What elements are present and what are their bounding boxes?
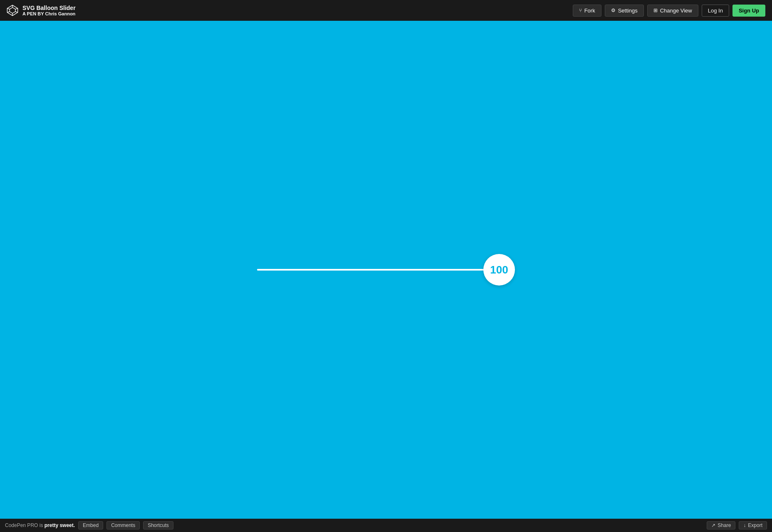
header-right: ⑂ Fork ⚙ Settings ⊞ Change View Log In S…: [573, 5, 765, 17]
comments-button[interactable]: Comments: [106, 521, 140, 530]
slider-fill: [257, 269, 499, 271]
fork-button[interactable]: ⑂ Fork: [573, 5, 601, 17]
share-button[interactable]: ↗ Share: [707, 521, 735, 530]
fork-icon: ⑂: [579, 7, 582, 13]
embed-button[interactable]: Embed: [78, 521, 103, 530]
svg-line-3: [15, 8, 18, 9]
pen-byline: A PEN BY Chris Gannon: [22, 11, 76, 16]
svg-line-7: [7, 8, 10, 9]
shortcuts-button[interactable]: Shortcuts: [143, 521, 173, 530]
change-view-icon: ⊞: [653, 7, 658, 13]
main-content: 100: [0, 21, 772, 519]
slider-value: 100: [490, 264, 508, 276]
share-icon: ↗: [711, 522, 715, 528]
signup-button[interactable]: Sign Up: [732, 5, 765, 17]
footer-brand: CodePen PRO is pretty sweet.: [5, 522, 75, 528]
login-button[interactable]: Log In: [702, 5, 729, 17]
export-button[interactable]: ↓ Export: [739, 521, 767, 530]
footer: CodePen PRO is pretty sweet. Embed Comme…: [0, 519, 772, 532]
pen-title: SVG Balloon Slider A PEN BY Chris Gannon: [22, 5, 76, 16]
export-icon: ↓: [743, 522, 746, 528]
svg-line-4: [15, 12, 18, 12]
codepen-logo-icon: [7, 5, 18, 16]
footer-right: ↗ Share ↓ Export: [707, 521, 767, 530]
svg-marker-1: [10, 7, 15, 13]
slider-container: 100: [257, 269, 515, 271]
header: SVG Balloon Slider A PEN BY Chris Gannon…: [0, 0, 772, 21]
settings-icon: ⚙: [611, 7, 616, 13]
settings-button[interactable]: ⚙ Settings: [605, 5, 644, 17]
change-view-button[interactable]: ⊞ Change View: [647, 5, 698, 17]
svg-line-6: [7, 12, 10, 12]
footer-left: CodePen PRO is pretty sweet. Embed Comme…: [5, 521, 173, 530]
header-left: SVG Balloon Slider A PEN BY Chris Gannon: [7, 5, 76, 16]
slider-track[interactable]: 100: [257, 269, 515, 271]
pen-title-main: SVG Balloon Slider: [22, 5, 76, 11]
slider-thumb[interactable]: 100: [483, 254, 515, 286]
